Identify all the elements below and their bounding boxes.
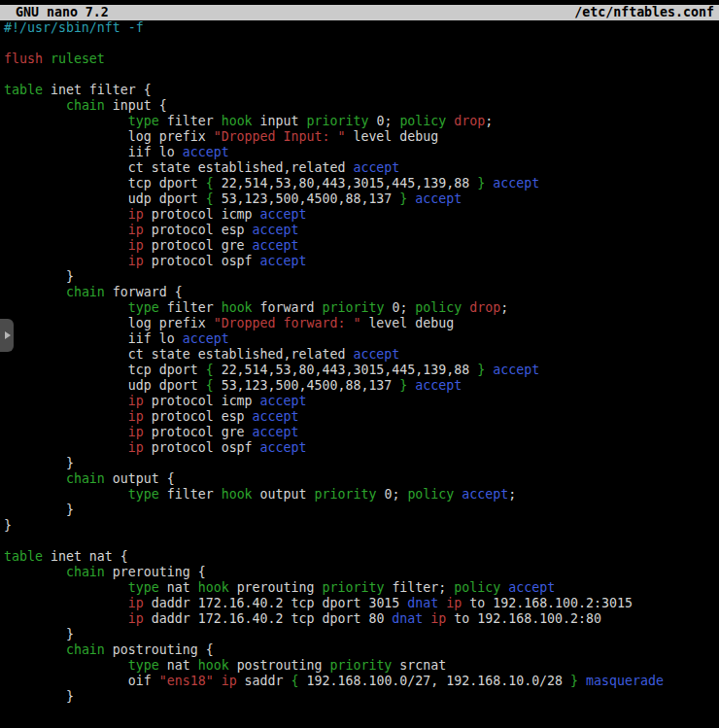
code-line: udp dport { 53,123,500,4500,88,137 } acc… (4, 191, 719, 207)
code-line: tcp dport { 22,514,53,80,443,3015,445,13… (4, 176, 719, 191)
code-line: type filter hook forward priority 0; pol… (4, 300, 719, 316)
code-line (4, 36, 719, 52)
code-line: ip protocol icmp accept (4, 394, 719, 409)
code-line: } (4, 627, 719, 642)
code-line: chain input { (4, 98, 719, 114)
code-line: iif lo accept (4, 145, 719, 160)
code-line: type filter hook output priority 0; poli… (4, 487, 719, 503)
code-line: } (4, 503, 719, 518)
code-line: ip protocol icmp accept (4, 207, 719, 223)
code-line: iif lo accept (4, 331, 719, 347)
code-line: } (4, 689, 719, 705)
code-line: udp dport { 53,123,500,4500,88,137 } acc… (4, 378, 719, 394)
code-line: ip protocol esp accept (4, 409, 719, 425)
code-line: } (4, 518, 719, 534)
code-line: ip protocol esp accept (4, 223, 719, 238)
code-line: chain prerouting { (4, 565, 719, 580)
nano-titlebar: GNU nano 7.2 /etc/nftables.conf (0, 5, 719, 20)
side-panel-toggle[interactable] (0, 319, 14, 352)
code-line: ip protocol gre accept (4, 238, 719, 254)
code-line: table inet filter { (4, 83, 719, 98)
code-line: oif "ens18" ip saddr { 192.168.100.0/27,… (4, 674, 719, 689)
terminal-screen: GNU nano 7.2 /etc/nftables.conf #!/usr/s… (0, 0, 719, 728)
code-line: ct state established,related accept (4, 347, 719, 363)
code-line: } (4, 456, 719, 471)
code-line: chain forward { (4, 285, 719, 300)
code-line: chain output { (4, 471, 719, 487)
code-line: ip protocol ospf accept (4, 440, 719, 456)
code-line: #!/usr/sbin/nft -f (4, 20, 719, 36)
code-line (4, 67, 719, 83)
app-version-label: GNU nano 7.2 (0, 5, 109, 20)
code-line: ip daddr 172.16.40.2 tcp dport 3015 dnat… (4, 596, 719, 611)
code-line: ip protocol gre accept (4, 425, 719, 440)
code-line: type nat hook prerouting priority filter… (4, 580, 719, 596)
code-line: ip protocol ospf accept (4, 254, 719, 269)
code-line: table inet nat { (4, 549, 719, 565)
chevron-right-icon (5, 331, 11, 339)
code-line (4, 534, 719, 549)
code-line: } (4, 269, 719, 285)
code-line: log prefix "Dropped forward: " level deb… (4, 316, 719, 331)
code-line: type nat hook postrouting priority srcna… (4, 658, 719, 674)
code-line: ct state established,related accept (4, 160, 719, 176)
code-line: ip daddr 172.16.40.2 tcp dport 80 dnat i… (4, 611, 719, 627)
code-line: log prefix "Dropped Input: " level debug (4, 129, 719, 145)
code-line: chain postrouting { (4, 642, 719, 658)
code-area[interactable]: #!/usr/sbin/nft -fflush rulesettable ine… (4, 20, 719, 705)
code-line: type filter hook input priority 0; polic… (4, 114, 719, 129)
code-line: flush ruleset (4, 52, 719, 67)
code-line: tcp dport { 22,514,53,80,443,3015,445,13… (4, 363, 719, 378)
open-file-path: /etc/nftables.conf (574, 5, 714, 20)
